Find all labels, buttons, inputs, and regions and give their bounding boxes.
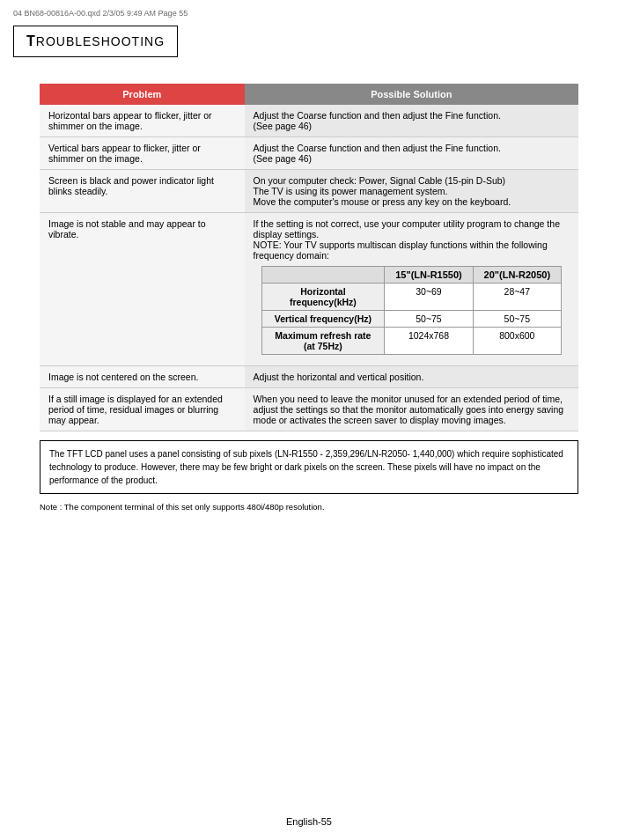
table-row: Image is not centered on the screen. Adj…	[40, 366, 578, 388]
table-row: Screen is black and power indicator ligh…	[40, 170, 578, 213]
title-rest: ROUBLESHOOTING	[36, 34, 165, 48]
solution-cell-5: Adjust the horizontal and vertical posit…	[245, 366, 578, 388]
tft-note: The TFT LCD panel uses a panel consistin…	[40, 440, 578, 494]
table-row: Vertical bars appear to flicker, jitter …	[40, 137, 578, 170]
solution-cell-6: When you need to leave the monitor unuse…	[245, 388, 578, 431]
table-row: Horizontal bars appear to flicker, jitte…	[40, 105, 578, 137]
solution-cell-3: On your computer check: Power, Signal Ca…	[245, 170, 578, 213]
problem-cell-2: Vertical bars appear to flicker, jitter …	[40, 137, 245, 170]
solution-cell-2: Adjust the Coarse function and then adju…	[245, 137, 578, 170]
freq-val-max-20: 800x600	[473, 328, 561, 355]
page-indicator: 04 BN68-00816A-00.qxd 2/3/05 9:49 AM Pag…	[13, 9, 605, 18]
title-text: TROUBLESHOOTING	[26, 34, 165, 48]
solution-header: Possible Solution	[245, 84, 578, 105]
problem-header: Problem	[40, 84, 245, 105]
freq-label-hz: Horizontalfrequency(kHz)	[261, 284, 385, 311]
freq-val-vhz-20: 50~75	[473, 311, 561, 328]
freq-row-vertical: Vertical frequency(Hz) 50~75 50~75	[261, 311, 561, 328]
freq-col-20: 20"(LN-R2050)	[473, 267, 561, 284]
freq-label-max: Maximum refresh rate(at 75Hz)	[261, 328, 385, 355]
freq-val-vhz-15: 50~75	[385, 311, 473, 328]
content-area: Problem Possible Solution Horizontal bar…	[40, 84, 578, 512]
solution-text-4: If the setting is not correct, use your …	[254, 218, 570, 261]
problem-cell-6: If a still image is displayed for an ext…	[40, 388, 245, 431]
problem-cell-1: Horizontal bars appear to flicker, jitte…	[40, 105, 245, 137]
small-note: Note : The component terminal of this se…	[40, 501, 578, 512]
table-row: Image is not stable and may appear to vi…	[40, 213, 578, 366]
page-footer: English-55	[0, 816, 618, 827]
freq-val-max-15: 1024x768	[385, 328, 473, 355]
main-table: Problem Possible Solution Horizontal bar…	[40, 84, 578, 431]
freq-label-vhz: Vertical frequency(Hz)	[261, 311, 385, 328]
page-container: 04 BN68-00816A-00.qxd 2/3/05 9:49 AM Pag…	[0, 0, 618, 840]
solution-cell-4: If the setting is not correct, use your …	[245, 213, 578, 366]
freq-val-hz-15: 30~69	[385, 284, 473, 311]
problem-cell-5: Image is not centered on the screen.	[40, 366, 245, 388]
freq-row-max: Maximum refresh rate(at 75Hz) 1024x768 8…	[261, 328, 561, 355]
frequency-table: 15"(LN-R1550) 20"(LN-R2050) Horizontalfr…	[261, 266, 562, 355]
title-T: T	[26, 33, 36, 48]
freq-col-15: 15"(LN-R1550)	[385, 267, 473, 284]
solution-cell-1: Adjust the Coarse function and then adju…	[245, 105, 578, 137]
freq-val-hz-20: 28~47	[473, 284, 561, 311]
table-row: If a still image is displayed for an ext…	[40, 388, 578, 431]
freq-row-horizontal: Horizontalfrequency(kHz) 30~69 28~47	[261, 284, 561, 311]
title-box: TROUBLESHOOTING	[13, 26, 178, 57]
problem-cell-3: Screen is black and power indicator ligh…	[40, 170, 245, 213]
freq-col-label	[261, 267, 385, 284]
problem-cell-4: Image is not stable and may appear to vi…	[40, 213, 245, 366]
